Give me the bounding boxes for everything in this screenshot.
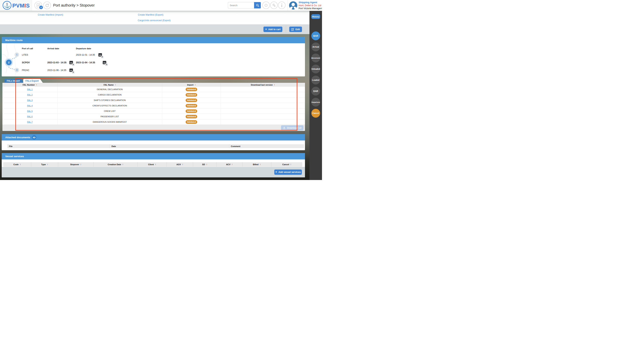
- column-header-billed[interactable]: Billed↑: [242, 162, 271, 167]
- status-badge: Validated: [186, 93, 197, 97]
- sort-asc-icon: ↑: [260, 163, 261, 166]
- maritime-route-header: Maritime route: [2, 37, 305, 43]
- fal-4-link[interactable]: FAL 4: [27, 104, 33, 107]
- fal-2-link[interactable]: FAL 2: [27, 94, 33, 96]
- column-header-sd[interactable]: SD↑: [193, 162, 216, 167]
- calendar-icon[interactable]: [103, 61, 106, 64]
- sort-asc-icon: ↑: [36, 84, 37, 86]
- column-header-download-last-version[interactable]: Download last version↑: [221, 83, 305, 87]
- fal-name: PASSENGER LIST: [58, 114, 162, 119]
- edit-pencil-icon: [291, 28, 294, 31]
- fal-1-link[interactable]: FAL 1: [27, 88, 33, 90]
- maritime-route-section: Maritime route Port of call Arrival date…: [2, 37, 305, 76]
- sort-asc-icon: ↑: [194, 84, 196, 86]
- anchor-icon: ⚓: [2, 1, 12, 10]
- status-badge: Validated: [186, 104, 197, 107]
- attached-documents-table-header: File Date Comment: [7, 144, 304, 148]
- column-header-stopover[interactable]: Stopover↑: [58, 162, 94, 167]
- calendar-icon[interactable]: [98, 53, 102, 57]
- user-company: Hunt, Deltel & Co. Ltd: [298, 4, 322, 7]
- column-header-client[interactable]: Client↑: [138, 162, 167, 167]
- column-header-creation-date[interactable]: Creation Date↑: [94, 162, 138, 167]
- route-stop-row: FR2AC 2023-11-06 - 14:35: [2, 66, 305, 74]
- table-row: FAL 6 PASSENGER LIST Validated: [2, 114, 305, 119]
- fal-3-link[interactable]: FAL 3: [27, 99, 33, 101]
- sidebar-step-cancel[interactable]: Cancel: [311, 109, 320, 118]
- cart-count-badge: 0: [39, 6, 43, 9]
- column-header-code[interactable]: Code↑: [3, 162, 31, 167]
- fal-5-link[interactable]: FAL 5: [27, 110, 33, 112]
- fal-6-link[interactable]: FAL 6: [27, 115, 33, 118]
- search-button[interactable]: [254, 2, 261, 9]
- info-icon: [281, 3, 282, 7]
- stop-arrival: 2023-11-06 - 14:35: [47, 69, 66, 72]
- plus-icon: +: [265, 28, 267, 31]
- sidebar-step-bar[interactable]: BAR: [311, 32, 320, 40]
- column-header-fal-name[interactable]: FAL Name↑: [58, 83, 162, 87]
- sidebar-step-arrival[interactable]: Arrival: [311, 43, 320, 51]
- sort-asc-icon: ↑: [182, 163, 183, 166]
- tab-fals-import[interactable]: FALs Import: [4, 79, 24, 83]
- history-button[interactable]: History: [311, 14, 320, 19]
- eye-icon[interactable]: [32, 135, 36, 139]
- user-organization: Port Victoria Managem: [298, 7, 322, 10]
- link-create-manifest-export[interactable]: Create Manifest (Export): [138, 14, 163, 16]
- header-divider: [288, 0, 288, 11]
- sort-asc-icon: ↑: [206, 163, 207, 166]
- column-header-arrival-date: Arrival date: [47, 47, 59, 50]
- search-input[interactable]: [228, 2, 254, 9]
- route-stop-row: LITES 2023-11-01 - 14:35: [2, 51, 305, 59]
- attached-documents-section: Attached documents File Date Comment: [2, 134, 305, 150]
- fals-tabs: FALs Import FALs Export: [4, 79, 43, 83]
- user-info[interactable]: Shipping Agent Hunt, Deltel & Co. Ltd Po…: [298, 1, 322, 10]
- tab-fals-export[interactable]: FALs Export: [23, 79, 43, 83]
- sidebar-step-dar[interactable]: DAR: [311, 87, 320, 96]
- download-all-button[interactable]: Download all: [281, 125, 304, 130]
- settings-button[interactable]: [270, 2, 278, 9]
- column-header-cancel[interactable]: Cancel↑: [271, 162, 302, 167]
- fal-7-link[interactable]: FAL 7: [27, 121, 33, 123]
- column-header-departure-date: Departure date: [76, 47, 91, 50]
- status-sidebar: History BAR Arrival Movement Unloaded Lo…: [310, 11, 322, 180]
- fal-name: DANGEROUS GOODS MANIFEST: [58, 119, 162, 125]
- calendar-icon[interactable]: [70, 61, 73, 64]
- link-cargounits-announced-export[interactable]: CargoUnits announced (Export): [138, 19, 171, 22]
- user-avatar[interactable]: [289, 1, 297, 10]
- fal-name: SHIP'S STORES DECLARATION: [58, 98, 162, 103]
- vessel-services-table-header: Code↑ Type↑ Stopover↑ Creation Date↑ Cli…: [3, 162, 302, 167]
- column-header-acv[interactable]: ACV↑: [216, 162, 242, 167]
- sort-asc-icon: ↑: [80, 163, 82, 166]
- top-header: ⚓ PVMIS 0 Port authority > Stopover: [0, 0, 322, 11]
- column-header-agv[interactable]: AGV↑: [167, 162, 193, 167]
- attached-documents-header: Attached documents: [2, 134, 305, 140]
- stop-port: LITES: [22, 54, 28, 56]
- column-header-fal-number[interactable]: FAL Number↑: [2, 83, 58, 87]
- add-vessel-services-button[interactable]: + Add vessel services: [274, 169, 302, 175]
- column-header-type[interactable]: Type↑: [31, 162, 58, 167]
- download-cell: [221, 119, 305, 125]
- edit-button[interactable]: Edit: [289, 27, 302, 32]
- link-create-manifest-import[interactable]: Create Manifest (Import): [38, 14, 63, 16]
- power-icon: [264, 3, 268, 7]
- vessel-services-footer: + Add vessel services: [2, 167, 305, 177]
- refresh-button[interactable]: [43, 2, 51, 9]
- stop-departure: 2023-11-01 - 14:35: [76, 54, 95, 56]
- add-to-cart-button[interactable]: + Add to cart: [264, 27, 282, 32]
- maritime-route-title: Maritime route: [5, 39, 23, 42]
- search-area: [228, 2, 261, 9]
- search-icon: [256, 4, 259, 7]
- sidebar-step-unloaded[interactable]: Unloaded: [311, 65, 320, 73]
- sidebar-step-departure[interactable]: Departure: [311, 98, 320, 107]
- logout-button[interactable]: [262, 2, 270, 9]
- sidebar-step-loaded[interactable]: Loaded: [311, 76, 320, 84]
- sidebar-step-movement[interactable]: Movement: [311, 54, 320, 62]
- fal-name: CARGO DECLARATION: [58, 92, 162, 97]
- column-header-comment: Comment: [229, 144, 304, 148]
- status-badge: Validated: [186, 99, 197, 102]
- status-badge: Validated: [186, 120, 197, 124]
- quick-links-strip: Create Manifest (Import) Create Manifest…: [0, 11, 310, 24]
- info-button[interactable]: [278, 2, 286, 9]
- stop-arrival: 2023-11-03 - 14:35: [47, 61, 66, 64]
- column-header-import[interactable]: Import↑: [162, 83, 221, 87]
- calendar-icon[interactable]: [70, 69, 73, 72]
